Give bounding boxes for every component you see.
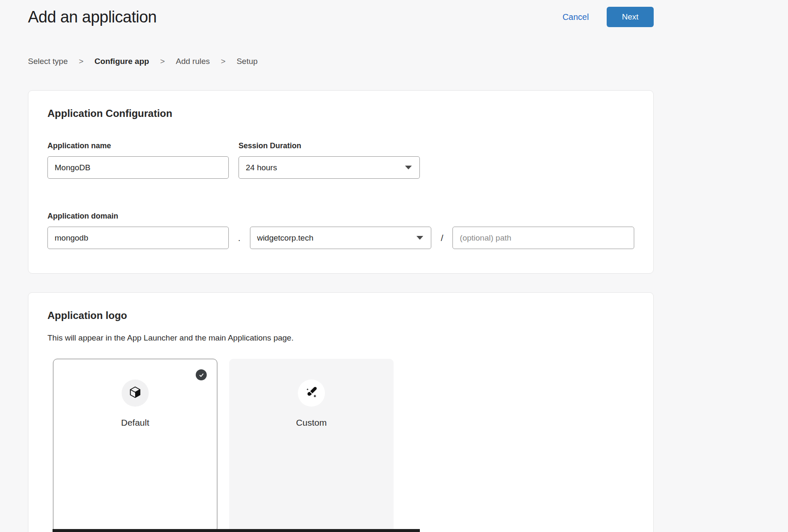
step-separator: > bbox=[160, 57, 165, 66]
logo-card-title: Application logo bbox=[47, 310, 634, 321]
dot-separator: . bbox=[229, 233, 250, 243]
name-duration-row: Application name Session Duration 24 hou… bbox=[47, 141, 634, 179]
logo-option-default[interactable]: Default bbox=[53, 359, 217, 532]
logo-option-label: Default bbox=[53, 418, 217, 428]
header-actions: Cancel Next bbox=[563, 7, 654, 27]
application-configuration-card: Application Configuration Application na… bbox=[28, 90, 654, 274]
application-domain-label: Application domain bbox=[47, 212, 634, 221]
logo-option-custom[interactable]: Custom bbox=[229, 359, 394, 532]
wizard-steps: Select type > Configure app > Add rules … bbox=[28, 57, 654, 66]
default-logo-circle bbox=[122, 380, 149, 407]
configuration-card-title: Application Configuration bbox=[47, 108, 634, 119]
next-button[interactable]: Next bbox=[607, 7, 654, 27]
domain-select[interactable]: widgetcorp.tech bbox=[250, 227, 432, 249]
step-select-type[interactable]: Select type bbox=[28, 57, 68, 66]
custom-logo-circle bbox=[298, 380, 325, 407]
session-duration-select[interactable]: 24 hours bbox=[239, 156, 420, 179]
application-domain-field: Application domain . widgetcorp.tech / bbox=[47, 212, 634, 249]
cancel-button[interactable]: Cancel bbox=[563, 12, 589, 22]
step-configure-app[interactable]: Configure app bbox=[94, 57, 149, 66]
domain-select-value: widgetcorp.tech bbox=[257, 233, 314, 243]
session-duration-label: Session Duration bbox=[239, 141, 420, 150]
page-content: Add an application Cancel Next Select ty… bbox=[28, 0, 654, 532]
cube-icon bbox=[129, 386, 142, 400]
step-separator: > bbox=[221, 57, 225, 66]
application-logo-card: Application logo This will appear in the… bbox=[28, 292, 654, 532]
step-separator: > bbox=[79, 57, 83, 66]
application-domain-inputs: . widgetcorp.tech / bbox=[47, 227, 634, 249]
screen-bottom-edge bbox=[53, 529, 420, 532]
application-name-label: Application name bbox=[47, 141, 229, 150]
selected-check-icon bbox=[196, 369, 207, 380]
session-duration-value: 24 hours bbox=[246, 163, 277, 172]
session-duration-field: Session Duration 24 hours bbox=[239, 141, 420, 179]
page-title: Add an application bbox=[28, 8, 157, 26]
subdomain-input[interactable] bbox=[47, 227, 229, 249]
logo-options: Default Custom bbox=[53, 359, 634, 532]
logo-card-description: This will appear in the App Launcher and… bbox=[47, 333, 634, 343]
chevron-down-icon bbox=[416, 236, 423, 240]
paintbrush-icon bbox=[305, 385, 318, 401]
application-name-field: Application name bbox=[47, 141, 229, 179]
path-input[interactable] bbox=[452, 227, 634, 249]
page-header: Add an application Cancel Next bbox=[28, 0, 654, 27]
step-add-rules[interactable]: Add rules bbox=[176, 57, 210, 66]
step-setup[interactable]: Setup bbox=[236, 57, 258, 66]
application-name-input[interactable] bbox=[47, 156, 229, 179]
logo-option-label: Custom bbox=[230, 418, 393, 428]
slash-separator: / bbox=[431, 233, 452, 243]
chevron-down-icon bbox=[405, 166, 412, 169]
